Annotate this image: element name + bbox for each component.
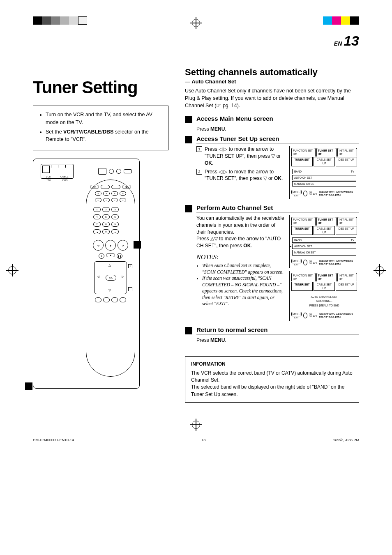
lang-prefix: EN — [334, 40, 342, 47]
color-bar-right — [323, 16, 359, 25]
page-num-value: 13 — [344, 33, 359, 48]
side-register-right — [376, 266, 384, 274]
step-marker-icon — [185, 116, 192, 123]
eject-button — [124, 169, 132, 173]
rewind-button: ⟲ — [93, 240, 104, 251]
play-button: ▶ — [105, 240, 116, 251]
note-item: If the scan was unsuccessful, "SCAN COMP… — [202, 275, 285, 307]
pause-button: ❚❚ — [117, 253, 122, 259]
step-access-tuner-setup: Access Tuner Set Up screen Press ◁ ▷ to … — [185, 135, 359, 202]
display-button — [98, 168, 106, 175]
note-item: When Auto Channel Set is complete, "SCAN… — [202, 263, 285, 275]
prerequisites-box: Turn on the VCR and the TV, and select t… — [33, 106, 168, 150]
color-bar-left — [33, 16, 87, 25]
dpad-icon — [303, 260, 307, 265]
section-body: Use Auto Channel Set only if channels ha… — [185, 87, 359, 109]
dpad-ok: OK — [106, 275, 116, 281]
page-number: EN 13 — [0, 33, 392, 49]
remote-illustration: VCR CABLE *TV /DBS OK — [33, 159, 140, 389]
step-access-main-menu: Access Main Menu screen Press MENU. — [185, 115, 359, 133]
section-subtitle: — Auto Channel Set — [185, 78, 359, 85]
dpad-icon — [303, 313, 307, 318]
page-title: Tuner Setting — [33, 78, 168, 97]
substep: Press ◁ ▷ to move the arrow to "TUNER SE… — [196, 146, 285, 166]
section-title: Setting channels automatically — [185, 67, 359, 78]
osd-scanning: FUNCTION SET UP TUNER SET UP INITIAL SET… — [289, 271, 359, 322]
substep: Press ◁ ▷ to move the arrow to "TUNER SE… — [196, 168, 285, 182]
registration-marks-top — [0, 0, 392, 33]
side-register-left — [8, 266, 16, 274]
callout-marker — [134, 241, 141, 249]
step-marker-icon — [185, 327, 192, 334]
crosshair-icon — [192, 19, 200, 27]
dpad-icon — [303, 191, 307, 196]
footer-page: 13 — [201, 438, 205, 442]
aux-button — [116, 169, 121, 174]
ok-button-top: OK — [90, 185, 99, 189]
dpad: △ ▽ ◁ ▷ OK + − — [94, 261, 127, 294]
prereq-item: Turn on the VCR and the TV, and select t… — [46, 111, 161, 127]
step-return-normal: Return to normal screen Press MENU. — [185, 326, 359, 344]
mode-selector-switch: VCR CABLE *TV /DBS — [41, 164, 74, 179]
power-button — [109, 169, 114, 174]
registration-marks-bottom — [0, 419, 392, 435]
info-text: The VCR selects the correct band (TV or … — [191, 370, 353, 398]
osd-auto-ch-list: FUNCTION SET UP TUNER SET UP INITIAL SET… — [289, 215, 359, 268]
rec-button: ● — [99, 253, 104, 259]
crosshair-icon — [192, 421, 200, 429]
step-perform-auto-ch-set: Perform Auto Channel Set You can automat… — [185, 204, 359, 324]
print-footer: HM-DH40000U-EN10-14 13 1/22/3, 4:36 PM — [0, 435, 392, 458]
stop-button: ■ — [106, 253, 115, 257]
osd-tuner-setup: FUNCTION SET UP TUNER SET UP INITIAL SET… — [289, 146, 359, 199]
step-marker-icon — [185, 136, 192, 143]
callout-marker — [25, 382, 32, 390]
footer-filename: HM-DH40000U-EN10-14 — [33, 438, 74, 442]
prereq-item: Set the VCR/TV/CABLE/DBS selector on the… — [46, 128, 161, 144]
footer-date: 1/22/3, 4:36 PM — [333, 438, 359, 442]
step-marker-icon — [185, 205, 192, 212]
remote-body: OK ⏻ + + + + − − − − — [86, 180, 135, 377]
information-box: INFORMATION The VCR selects the correct … — [185, 356, 359, 403]
ff-button: ⟳ — [118, 240, 128, 251]
